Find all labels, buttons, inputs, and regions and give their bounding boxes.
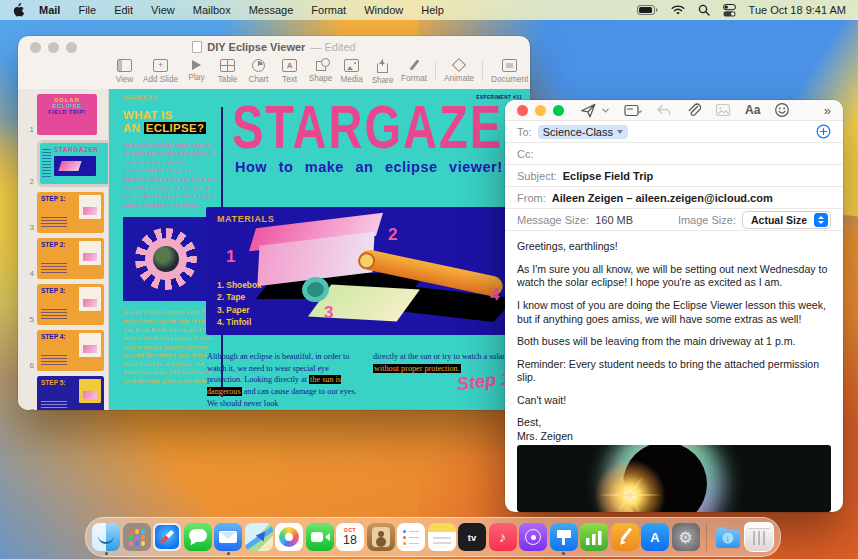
format-fonts-button[interactable]: Aa — [745, 103, 760, 117]
add-recipient-button[interactable] — [816, 124, 831, 139]
eclipse-photo-attachment[interactable] — [517, 445, 831, 512]
chart-button[interactable]: Chart — [246, 59, 271, 84]
close-button[interactable] — [517, 105, 528, 116]
dock-maps[interactable] — [245, 523, 273, 551]
send-button[interactable] — [580, 102, 597, 119]
add-slide-button[interactable]: Add Slide — [143, 59, 178, 84]
minimize-button[interactable] — [535, 105, 546, 116]
to-field[interactable]: To: Science-Class — [505, 121, 843, 143]
subject-field[interactable]: Subject: Eclipse Field Trip — [505, 165, 843, 187]
dock-trash[interactable] — [744, 522, 774, 552]
dock-photos[interactable] — [275, 523, 303, 551]
text-button[interactable]: Text — [277, 59, 302, 84]
close-button[interactable] — [30, 42, 41, 53]
facetime-icon — [306, 523, 334, 551]
share-button[interactable]: Share — [370, 59, 395, 85]
battery-icon[interactable] — [637, 5, 658, 15]
recipient-name: Science-Class — [543, 126, 613, 138]
dock-notes[interactable] — [428, 523, 456, 551]
dock-podcasts[interactable] — [519, 523, 547, 551]
media-button[interactable]: Media — [339, 59, 364, 84]
menu-bar-clock[interactable]: Tue Oct 18 9:41 AM — [749, 4, 846, 16]
view-icon — [117, 59, 132, 72]
menu-item-window[interactable]: Window — [355, 4, 412, 16]
zoom-button[interactable] — [66, 42, 77, 53]
toolbar-divider — [435, 61, 436, 81]
slide-thumbnail-7[interactable]: 7 STEP 5: — [22, 376, 108, 410]
menu-item-file[interactable]: File — [69, 4, 105, 16]
dock-contacts[interactable] — [367, 523, 395, 551]
menu-item-mail[interactable]: Mail — [30, 4, 69, 16]
slide-thumbnail-5[interactable]: 5 STEP 3: — [22, 284, 108, 325]
finder-icon — [92, 523, 120, 551]
from-field[interactable]: From: Aileen Zeigen – aileen.zeigen@iclo… — [505, 187, 843, 209]
animate-button[interactable]: Animate — [444, 59, 474, 83]
emoji-button[interactable] — [774, 102, 790, 118]
chart-icon — [252, 59, 265, 72]
thumb-text-lines — [41, 217, 67, 229]
menu-item-message[interactable]: Message — [240, 4, 303, 16]
slide-thumbnail-6[interactable]: 6 STEP 4: — [22, 330, 108, 371]
thumb-text-lines — [41, 355, 67, 367]
shape-label: Shape — [309, 74, 333, 83]
keynote-window: DIY Eclipse Viewer — Edited View Add Sli… — [18, 36, 530, 410]
dock-keynote[interactable] — [550, 523, 578, 551]
zoom-button[interactable] — [553, 105, 564, 116]
dock-messages[interactable] — [184, 523, 212, 551]
message-body[interactable]: Greetings, earthlings! As I'm sure you a… — [505, 231, 843, 443]
document-sidebar-icon — [502, 59, 517, 72]
search-icon[interactable] — [698, 4, 710, 16]
chart-label: Chart — [249, 75, 269, 84]
dock-downloads[interactable]: ↓ — [714, 523, 742, 551]
wifi-icon[interactable] — [671, 5, 685, 16]
menu-item-help[interactable]: Help — [412, 4, 453, 16]
table-button[interactable]: Table — [215, 59, 240, 84]
control-center-icon[interactable] — [723, 4, 736, 17]
dock-launchpad[interactable] — [123, 523, 151, 551]
dock-music[interactable]: ♪ — [489, 523, 517, 551]
running-indicator — [562, 552, 565, 555]
dock-facetime[interactable] — [306, 523, 334, 551]
dock-app-store[interactable]: A — [641, 523, 669, 551]
app-store-icon: A — [641, 523, 669, 551]
dock-finder[interactable] — [92, 523, 120, 551]
dock-tv[interactable]: tv — [458, 523, 486, 551]
slide-thumbnail-2-selected[interactable]: 2 STARGAZER — [22, 140, 108, 187]
share-icon — [377, 63, 388, 73]
dock-safari[interactable] — [153, 523, 181, 551]
shape-button[interactable]: Shape — [308, 59, 333, 83]
toolbar-overflow-chevron-icon[interactable]: » — [824, 103, 831, 118]
view-button[interactable]: View — [112, 59, 137, 84]
from-value: Aileen Zeigen – aileen.zeigen@icloud.com — [552, 192, 773, 204]
dock-calendar[interactable]: OCT18 — [336, 523, 364, 551]
menu-item-view[interactable]: View — [142, 4, 184, 16]
dock-pages[interactable] — [611, 523, 639, 551]
menu-item-format[interactable]: Format — [302, 4, 355, 16]
attach-file-button[interactable] — [686, 102, 701, 118]
play-button[interactable]: Play — [184, 59, 209, 82]
minimize-button[interactable] — [48, 42, 59, 53]
apple-logo-icon — [12, 3, 24, 17]
apple-menu-icon[interactable] — [12, 3, 30, 17]
send-options-chevron-icon[interactable] — [601, 106, 610, 115]
slide-thumbnail-1[interactable]: 1 SOLAR ECLIPSE FIELD TRIP! — [22, 94, 108, 135]
format-button[interactable]: Format — [401, 59, 427, 83]
media-icon — [344, 59, 359, 72]
recipient-token[interactable]: Science-Class — [538, 125, 628, 139]
calendar-icon: OCT18 — [336, 523, 364, 551]
header-fields-button[interactable] — [624, 103, 642, 118]
menu-item-edit[interactable]: Edit — [105, 4, 142, 16]
slide-thumbnail-4[interactable]: 4 STEP 2: — [22, 238, 108, 279]
image-size-popup[interactable]: Actual Size — [742, 211, 831, 229]
slide-canvas[interactable]: SCIENCE 6.2 EXPERIMENT #11 WHAT IS AN EC… — [109, 89, 530, 410]
slide-thumbnail-3[interactable]: 3 STEP 1: — [22, 192, 108, 233]
toolbar-divider — [482, 61, 483, 81]
dock-reminders[interactable] — [397, 523, 425, 551]
document-button[interactable]: Document — [491, 59, 528, 84]
format-brush-icon — [409, 59, 419, 70]
dock-numbers[interactable] — [580, 523, 608, 551]
dock-settings[interactable]: ⚙ — [672, 523, 700, 551]
dock-mail[interactable] — [214, 523, 242, 551]
menu-item-mailbox[interactable]: Mailbox — [184, 4, 240, 16]
cc-field[interactable]: Cc: — [505, 143, 843, 165]
